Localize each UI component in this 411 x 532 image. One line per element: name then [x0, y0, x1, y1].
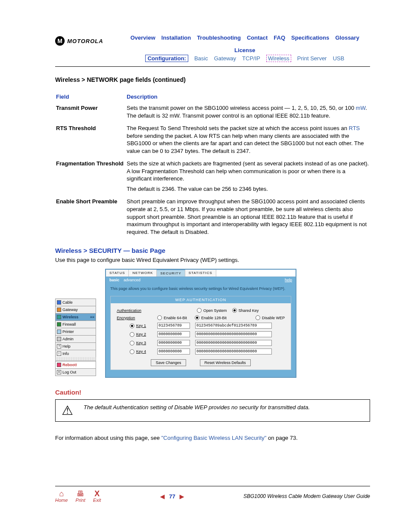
top-navigation: Overview Installation Troubleshooting Co…	[120, 34, 370, 62]
key2-long-input[interactable]	[195, 331, 272, 337]
save-changes-button[interactable]: Save Changes	[151, 359, 186, 366]
home-icon: ⌂	[59, 490, 64, 498]
security-panel: STATUS NETWORK SECURITY STATISTICS basic…	[106, 269, 296, 377]
sidebar-item-logout[interactable]: XLog Out	[55, 368, 96, 376]
auth-label: Authentication	[117, 308, 152, 313]
motorola-m-icon: M	[55, 36, 65, 46]
caution-message: The default Authentication setting of Di…	[84, 404, 310, 411]
nav-configuration[interactable]: Configuration:	[145, 55, 188, 62]
header-rule	[55, 66, 370, 67]
next-page-icon[interactable]: ▶	[180, 493, 184, 500]
wep-area: WEP AUTHENTICATION Authentication Open S…	[110, 296, 291, 370]
caution-box: ⚠ The default Authentication setting of …	[55, 399, 370, 422]
panel-subtabs: basic advanced help	[106, 277, 296, 283]
radio-open-system[interactable]	[197, 308, 202, 313]
field-fragmentation: Fragmentation Threshold	[55, 157, 126, 195]
warning-icon: ⚠	[62, 404, 73, 417]
key2-short-input[interactable]	[157, 331, 190, 337]
pager: ◀ 77 ▶	[160, 493, 184, 500]
chevron-right-icon: »»	[90, 315, 94, 319]
nav-faq[interactable]: FAQ	[274, 34, 285, 41]
subtab-basic[interactable]: basic	[109, 278, 119, 282]
post-caution-text: For information about using this page, s…	[55, 435, 370, 441]
subnav-basic[interactable]: Basic	[194, 55, 208, 62]
prev-page-icon[interactable]: ◀	[160, 493, 165, 500]
sidebar-item-cable[interactable]: Cable	[55, 299, 96, 306]
radio-key1[interactable]	[130, 324, 134, 328]
key3-long-input[interactable]	[195, 340, 272, 346]
nav-license[interactable]: License	[234, 47, 255, 53]
print-icon: 🖶	[77, 490, 84, 498]
guide-title: SBG1000 Wireless Cable Modem Gateway Use…	[243, 493, 370, 499]
brand-wordmark: MOTOROLA	[67, 38, 103, 44]
desc-rts-threshold: The Request To Send Threshold sets the p…	[126, 122, 370, 157]
link-mw[interactable]: mW	[356, 105, 365, 111]
panel-help-link[interactable]: help	[285, 278, 292, 282]
radio-shared-key[interactable]	[232, 308, 237, 313]
desc-transmit-power: Sets the transmit power on the SBG1000 w…	[126, 102, 370, 122]
th-field: Field	[55, 92, 126, 102]
nav-troubleshooting[interactable]: Troubleshooting	[197, 34, 241, 41]
sidebar-item-wireless[interactable]: Wireless»»	[55, 313, 96, 321]
tab-statistics[interactable]: STATISTICS	[185, 270, 216, 277]
footer-exit[interactable]: X Exit	[93, 490, 101, 503]
nav-specifications[interactable]: Specifications	[291, 34, 329, 41]
tab-status[interactable]: STATUS	[106, 270, 129, 277]
page-number: 77	[169, 493, 175, 500]
radio-key2[interactable]	[130, 332, 134, 337]
subnav-tcpip[interactable]: TCP/IP	[242, 55, 260, 62]
subnav-usb[interactable]: USB	[333, 55, 344, 62]
key4-long-input[interactable]	[195, 348, 272, 355]
key1-long-input[interactable]	[195, 323, 272, 329]
subnav-print-server[interactable]: Print Server	[297, 55, 327, 62]
sidebar-item-help[interactable]: ?Help	[55, 342, 96, 350]
key3-short-input[interactable]	[157, 340, 190, 346]
section-heading: Wireless > NETWORK page fields (continue…	[55, 76, 370, 83]
page-footer: ⌂ Home 🖶 Print X Exit ◀ 77 ▶ SBG1000 Wir…	[55, 486, 370, 503]
enc-label: Encryption	[117, 316, 152, 320]
link-config-basic-security[interactable]: "Configuring Basic Wireless LAN Security…	[161, 435, 266, 441]
key1-short-input[interactable]	[157, 323, 190, 329]
sidebar-item-printer[interactable]: Printer	[55, 328, 96, 336]
footer-print[interactable]: 🖶 Print	[75, 490, 85, 503]
nav-overview[interactable]: Overview	[131, 34, 156, 41]
tab-network[interactable]: NETWORK	[129, 270, 157, 277]
fields-table: Field Description Transmit Power Sets th…	[55, 92, 370, 238]
sidebar-item-info[interactable]: iInfo	[55, 350, 96, 358]
sidebar-item-admin[interactable]: Admin	[55, 335, 96, 343]
nav-installation[interactable]: Installation	[162, 34, 191, 41]
field-short-preamble: Enable Short Preamble	[55, 195, 126, 238]
caution-heading: Caution!	[55, 389, 370, 396]
subnav-gateway[interactable]: Gateway	[214, 55, 236, 62]
desc-short-preamble: Short preamble can improve throughput wh…	[126, 195, 370, 238]
nav-glossary[interactable]: Glossary	[335, 34, 359, 41]
th-description: Description	[126, 92, 370, 102]
radio-key4[interactable]	[130, 349, 134, 354]
radio-disable-wep[interactable]	[255, 315, 260, 320]
header: M MOTOROLA Overview Installation Trouble…	[55, 34, 370, 62]
security-intro: Use this page to configure basic Wired E…	[55, 257, 370, 263]
reset-defaults-button[interactable]: Reset Wireless Defaults	[200, 359, 251, 366]
sidebar-item-firewall[interactable]: Firewall	[55, 320, 96, 328]
footer-home[interactable]: ⌂ Home	[55, 490, 68, 503]
subtab-advanced[interactable]: advanced	[124, 278, 140, 282]
radio-enable-128[interactable]	[195, 315, 199, 320]
panel-intro: This page allows you to configure basic …	[106, 283, 296, 296]
field-transmit-power: Transmit Power	[55, 102, 126, 122]
desc-fragmentation: Sets the size at which packets are fragm…	[126, 157, 370, 195]
embedded-screenshot: Cable Gateway Wireless»» Firewall Printe…	[55, 269, 370, 377]
nav-contact[interactable]: Contact	[247, 34, 268, 41]
panel-tabs: STATUS NETWORK SECURITY STATISTICS	[106, 270, 296, 277]
key4-short-input[interactable]	[157, 348, 190, 355]
radio-key3[interactable]	[130, 341, 134, 345]
subnav-wireless[interactable]: Wireless	[266, 55, 291, 62]
link-rts[interactable]: RTS	[349, 125, 360, 131]
tab-security[interactable]: SECURITY	[157, 270, 185, 277]
exit-icon: X	[94, 490, 100, 498]
sidebar-item-reboot[interactable]: Reboot!	[55, 361, 96, 369]
wep-title: WEP AUTHENTICATION	[111, 296, 291, 303]
field-rts-threshold: RTS Threshold	[55, 122, 126, 157]
radio-enable-64[interactable]	[157, 315, 162, 320]
sidebar-item-gateway[interactable]: Gateway	[55, 306, 96, 314]
security-heading: Wireless > SECURITY — basic Page	[55, 247, 370, 254]
